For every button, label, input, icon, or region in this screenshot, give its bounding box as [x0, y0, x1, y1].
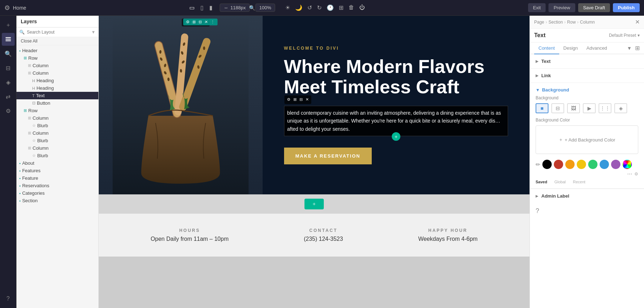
- power-icon[interactable]: ⏻: [358, 3, 366, 13]
- body-lock-icon[interactable]: ⊟: [298, 96, 304, 103]
- tab-advanced[interactable]: Advanced: [582, 43, 611, 54]
- swatch-yellow[interactable]: [577, 160, 586, 169]
- theme-builder-icon[interactable]: ◈: [2, 76, 15, 89]
- moon-icon[interactable]: 🌙: [294, 3, 304, 13]
- bg-mask-icon[interactable]: ◈: [614, 103, 627, 113]
- swatch-purple[interactable]: [611, 160, 620, 169]
- wireframe-icon[interactable]: ⊟: [2, 61, 15, 74]
- help-button[interactable]: ?: [530, 203, 644, 219]
- bg-video-icon[interactable]: ▶: [583, 103, 596, 113]
- row-duplicate-icon[interactable]: ⊞: [191, 19, 197, 25]
- tab-content[interactable]: Content: [534, 43, 559, 54]
- layer-heading1[interactable]: H Heading: [16, 77, 98, 84]
- breadcrumb-row[interactable]: Row: [567, 20, 576, 25]
- layer-about[interactable]: ▪ About: [16, 159, 98, 167]
- swatch-green[interactable]: [588, 160, 597, 169]
- portability-icon[interactable]: ⇄: [2, 90, 15, 103]
- breadcrumb-column[interactable]: Column: [580, 20, 595, 25]
- settings-icon[interactable]: ⚙: [4, 4, 10, 12]
- row-settings-icon[interactable]: ⚙: [185, 19, 191, 25]
- sun-icon[interactable]: ☀: [284, 3, 292, 13]
- bg-pattern-icon[interactable]: ⋮⋮: [599, 103, 611, 113]
- background-section-header[interactable]: ▼ Background: [530, 83, 644, 95]
- add-element-icon[interactable]: ＋: [2, 19, 15, 31]
- exit-button[interactable]: Exit: [528, 3, 546, 12]
- layers-panel: Layers 🔍 ▼ Close All ▪ Header ⊞ Row ⊞ C: [16, 16, 99, 308]
- row-drag-icon[interactable]: ⋮: [210, 19, 216, 25]
- color-picker-icon[interactable]: ✏: [536, 161, 540, 168]
- add-section-button[interactable]: ＋: [304, 199, 324, 209]
- layer-blurb3[interactable]: ☆ Blurb: [16, 152, 98, 159]
- bg-gradient-icon[interactable]: ⊟: [551, 103, 564, 113]
- layer-col3[interactable]: ⊞ Column: [16, 114, 98, 122]
- row-delete-icon[interactable]: ✕: [204, 19, 209, 25]
- filter-icon[interactable]: ▼: [91, 30, 96, 35]
- publish-button[interactable]: Publish: [613, 3, 640, 12]
- search-page-icon[interactable]: 🔍: [2, 47, 15, 60]
- layer-text1[interactable]: T Text: [16, 92, 98, 99]
- responsive-preview-icon[interactable]: ⊞: [635, 45, 640, 51]
- layer-col5[interactable]: ⊞ Column: [16, 144, 98, 152]
- link-accordion-header[interactable]: ▶ Link: [530, 69, 644, 83]
- close-all-button[interactable]: Close All: [16, 37, 98, 45]
- text-accordion-header[interactable]: ▶ Text: [530, 54, 644, 68]
- layer-row2[interactable]: ⊞ Row: [16, 107, 98, 114]
- layer-col1[interactable]: ⊞ Column: [16, 62, 98, 69]
- tab-more[interactable]: ▾ ⊞: [628, 43, 640, 54]
- swatch-settings-icon[interactable]: ⚙: [634, 172, 638, 177]
- swatch-black[interactable]: [542, 160, 552, 169]
- row-lock-icon[interactable]: ⊟: [197, 19, 203, 25]
- saved-tab[interactable]: Saved: [536, 180, 547, 184]
- layer-section[interactable]: ▪ Section: [16, 197, 98, 204]
- help-icon[interactable]: ?: [2, 292, 15, 305]
- add-content-button[interactable]: ＋: [392, 132, 400, 141]
- layer-reservations[interactable]: ▪ Reservations: [16, 182, 98, 189]
- layers-icon[interactable]: [2, 33, 15, 46]
- trash-icon[interactable]: 🗑: [347, 3, 356, 13]
- layer-heading2[interactable]: H Heading: [16, 84, 98, 92]
- body-copy-icon[interactable]: ⊞: [292, 96, 298, 103]
- layer-feature[interactable]: ▪ Feature: [16, 174, 98, 182]
- layer-col4[interactable]: ⊞ Column: [16, 129, 98, 137]
- tablet-icon[interactable]: ▯: [199, 3, 205, 13]
- swatches-more-icon[interactable]: ⋯: [627, 171, 632, 177]
- body-settings-icon[interactable]: ⚙: [286, 96, 292, 103]
- swatch-orange[interactable]: [565, 160, 575, 169]
- body-delete-icon[interactable]: ✕: [304, 96, 310, 103]
- layer-features[interactable]: ▪ Features: [16, 167, 98, 174]
- save-draft-button[interactable]: Save Draft: [578, 3, 610, 12]
- swatch-red[interactable]: [554, 160, 563, 169]
- layer-categories[interactable]: ▪ Categories: [16, 189, 98, 197]
- mobile-icon[interactable]: ▮: [208, 3, 214, 13]
- swatch-blue[interactable]: [600, 160, 609, 169]
- global-tab[interactable]: Global: [554, 180, 566, 184]
- admin-label-accordion[interactable]: ▶ Admin Label: [530, 189, 644, 203]
- add-bg-color-button[interactable]: ＋ + Add Background Color: [558, 136, 615, 143]
- history-icon[interactable]: 🕐: [325, 3, 335, 13]
- undo-icon[interactable]: ↺: [306, 3, 313, 13]
- layout-icon[interactable]: ⊞: [337, 3, 345, 13]
- layer-header[interactable]: ▪ Header: [16, 47, 98, 54]
- bg-solid-icon[interactable]: ■: [536, 103, 548, 113]
- redo-icon[interactable]: ↻: [316, 3, 323, 13]
- swatch-rainbow[interactable]: [623, 160, 632, 169]
- settings-icon[interactable]: ⚙: [2, 104, 15, 117]
- layer-blurb2[interactable]: ☆ Blurb: [16, 137, 98, 144]
- breadcrumb-page[interactable]: Page: [534, 20, 544, 25]
- desktop-icon[interactable]: ▭: [188, 3, 196, 13]
- recent-tab[interactable]: Recent: [573, 180, 585, 184]
- hero-body-text[interactable]: ⚙ ⊞ ⊟ ✕ blend contemporary cuisine with …: [284, 106, 508, 136]
- breadcrumb-section[interactable]: Section: [548, 20, 563, 25]
- preview-button[interactable]: Preview: [548, 3, 575, 12]
- layer-row1[interactable]: ⊞ Row: [16, 54, 98, 62]
- layer-col2[interactable]: ⊞ Column: [16, 69, 98, 77]
- tab-design[interactable]: Design: [559, 43, 582, 54]
- layer-blurb1[interactable]: ☆ Blurb: [16, 122, 98, 129]
- panel-close-button[interactable]: ✕: [635, 19, 640, 25]
- bg-color-box[interactable]: ＋ + Add Background Color: [536, 125, 638, 154]
- search-input[interactable]: [27, 30, 89, 35]
- cta-button[interactable]: MAKE A RESERVATION: [284, 148, 372, 164]
- preset-dropdown[interactable]: Default Preset ▾: [609, 33, 640, 38]
- bg-image-icon[interactable]: 🖼: [567, 103, 580, 113]
- layer-button1[interactable]: ⊡ Button: [16, 99, 98, 107]
